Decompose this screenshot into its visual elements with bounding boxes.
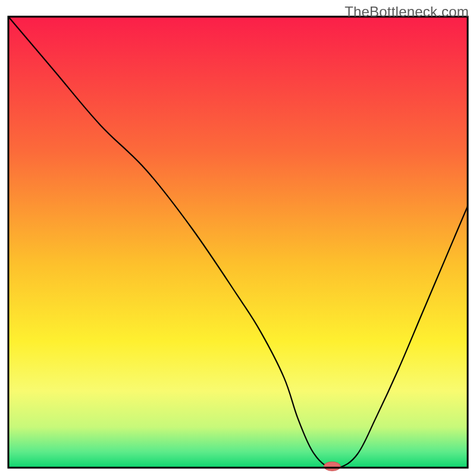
watermark-text: TheBottleneck.com — [345, 4, 469, 20]
optimal-marker — [324, 462, 340, 471]
bottleneck-chart — [0, 0, 476, 476]
plot-background — [8, 17, 468, 468]
chart-container: TheBottleneck.com — [0, 0, 476, 476]
